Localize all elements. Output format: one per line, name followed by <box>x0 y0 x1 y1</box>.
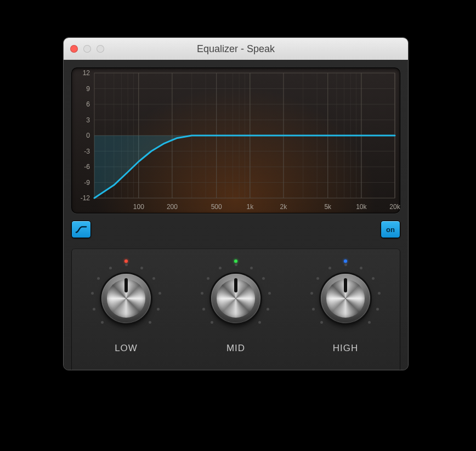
window-title: Equalizer - Speak <box>64 43 408 55</box>
knob-tick <box>344 263 347 266</box>
led-low <box>124 260 128 263</box>
knob-low-label: LOW <box>80 343 173 354</box>
knob-section: LOW MID HIGH <box>71 249 400 370</box>
svg-text:12: 12 <box>83 69 90 77</box>
knob-tick <box>328 267 331 269</box>
knob-tick <box>201 292 203 295</box>
knob-tick <box>378 292 381 295</box>
led-high <box>344 260 347 263</box>
knob-high-wrap <box>304 257 387 340</box>
on-button-label: on <box>386 226 395 234</box>
svg-text:200: 200 <box>167 203 178 211</box>
button-row: on <box>71 220 400 239</box>
knob-mid[interactable] <box>211 274 260 323</box>
svg-text:100: 100 <box>133 203 144 211</box>
led-mid <box>234 260 237 263</box>
svg-text:1k: 1k <box>246 203 254 211</box>
knob-tick <box>207 277 209 280</box>
knob-tick <box>360 267 362 269</box>
knob-tick <box>140 267 143 269</box>
svg-text:500: 500 <box>211 203 222 211</box>
svg-text:9: 9 <box>86 85 90 93</box>
knob-tick <box>320 321 323 324</box>
knob-tick <box>109 267 112 269</box>
knob-tick <box>158 292 161 295</box>
svg-text:6: 6 <box>86 100 90 108</box>
knob-tick <box>219 267 222 269</box>
knob-group-high: HIGH <box>299 257 392 354</box>
knob-tick <box>262 277 265 280</box>
knob-tick <box>125 263 128 266</box>
knob-tick <box>211 321 213 324</box>
knob-tick <box>310 292 313 295</box>
svg-text:-12: -12 <box>81 194 90 202</box>
knob-tick <box>250 267 253 269</box>
on-button[interactable]: on <box>381 221 400 238</box>
knob-group-mid: MID <box>189 257 282 354</box>
titlebar[interactable]: Equalizer - Speak <box>64 38 408 60</box>
svg-text:3: 3 <box>86 116 90 124</box>
lowcut-icon <box>75 224 87 234</box>
svg-text:20k: 20k <box>389 203 400 211</box>
knob-high-label: HIGH <box>299 343 392 354</box>
knob-tick <box>97 277 100 280</box>
knob-tick <box>91 292 94 295</box>
knob-tick <box>202 308 205 311</box>
knob-tick <box>101 321 104 324</box>
knob-tick <box>368 321 371 324</box>
knob-low-wrap <box>85 257 167 340</box>
plugin-body: 129630-3-6-9-121002005001k2k5k10k20k on … <box>64 60 408 370</box>
knob-tick <box>372 277 375 280</box>
knob-mid-wrap <box>195 257 277 340</box>
equalizer-window: Equalizer - Speak 129630-3-6-9-121002005… <box>63 37 409 370</box>
svg-text:-9: -9 <box>84 179 90 187</box>
svg-text:-6: -6 <box>84 163 90 171</box>
svg-text:2k: 2k <box>280 203 288 211</box>
lowcut-button[interactable] <box>71 221 91 238</box>
svg-text:-3: -3 <box>84 148 90 155</box>
knob-low[interactable] <box>101 274 151 323</box>
knob-tick <box>93 308 95 311</box>
eq-graph[interactable]: 129630-3-6-9-121002005001k2k5k10k20k <box>71 67 400 213</box>
svg-text:0: 0 <box>86 132 90 139</box>
knob-group-low: LOW <box>80 257 173 354</box>
knob-tick <box>268 292 271 295</box>
knob-mid-label: MID <box>189 343 282 354</box>
knob-tick <box>376 308 379 311</box>
svg-text:10k: 10k <box>356 203 367 211</box>
knob-tick <box>157 308 160 311</box>
svg-text:5k: 5k <box>324 203 332 211</box>
knob-tick <box>267 308 269 311</box>
knob-tick <box>152 277 155 280</box>
knob-tick <box>258 321 261 324</box>
knob-tick <box>235 263 237 266</box>
knob-high[interactable] <box>321 274 370 323</box>
knob-tick <box>316 277 319 280</box>
knob-tick <box>312 308 315 311</box>
knob-tick <box>149 321 151 324</box>
